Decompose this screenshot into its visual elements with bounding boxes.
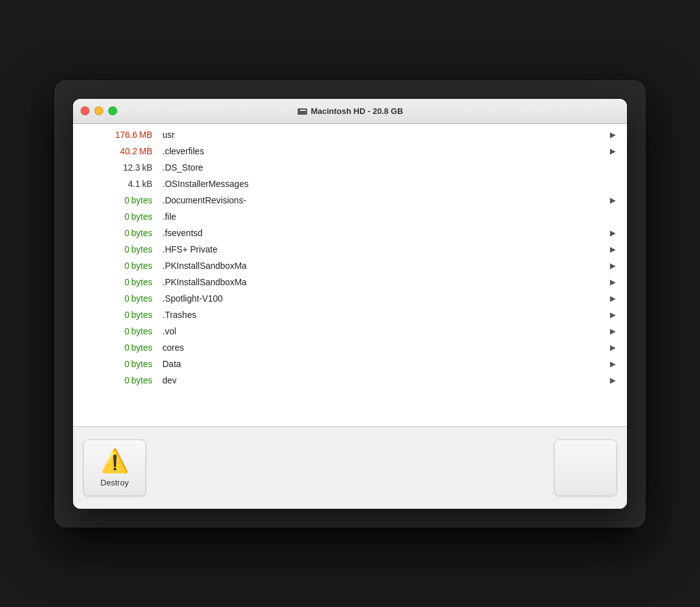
arrow-icon: ▶ [608, 147, 617, 156]
size-col: 176.6MB [83, 130, 152, 140]
size-value: 0 [125, 228, 130, 238]
size-value: 176.6 [115, 130, 137, 140]
filename: .Spotlight-V100 [152, 293, 608, 304]
size-unit: bytes [132, 228, 152, 238]
filename: .PKInstallSandboxMa [152, 261, 608, 271]
size-col: 12.3kB [83, 162, 152, 173]
filename: .DocumentRevisions- [152, 195, 608, 205]
size-col: 0bytes [83, 359, 152, 369]
bottom-area: ⚠️ Destroy [73, 427, 627, 509]
filename: .DS_Store [152, 162, 608, 173]
close-button[interactable] [81, 106, 89, 115]
filename: .Trashes [152, 310, 608, 320]
size-unit: kB [142, 179, 152, 189]
size-value: 0 [125, 244, 130, 254]
size-unit: bytes [132, 310, 152, 320]
file-row[interactable]: 0bytes.PKInstallSandboxMa▶ [73, 258, 627, 274]
filename: .fseventsd [152, 228, 608, 238]
destroy-label: Destroy [101, 478, 129, 487]
file-row[interactable]: 0bytes.Spotlight-V100▶ [73, 290, 627, 307]
size-value: 40.2 [120, 146, 137, 156]
arrow-icon: ▶ [608, 310, 617, 319]
empty-placeholder-button[interactable] [554, 440, 617, 496]
file-list: 176.6MBusr▶40.2MB.cleverfiles▶12.3kB.DS_… [73, 124, 627, 426]
size-unit: bytes [132, 277, 152, 287]
size-value: 0 [125, 375, 130, 385]
size-col: 40.2MB [83, 146, 152, 156]
filename: dev [152, 375, 608, 385]
file-row[interactable]: 0bytes.file [73, 208, 627, 225]
size-unit: bytes [132, 261, 152, 271]
file-row[interactable]: 40.2MB.cleverfiles▶ [73, 143, 627, 159]
filename: cores [152, 343, 608, 353]
filename: .PKInstallSandboxMa [152, 277, 608, 287]
size-col: 0bytes [83, 375, 152, 385]
file-row[interactable]: 176.6MBusr▶ [73, 127, 627, 143]
size-unit: MB [139, 130, 152, 140]
size-col: 4.1kB [83, 179, 152, 189]
filename: Data [152, 359, 608, 369]
disk-icon: 🖴 [297, 105, 307, 116]
size-value: 0 [125, 195, 130, 205]
arrow-icon: ▶ [608, 196, 617, 205]
size-unit: kB [142, 162, 152, 173]
file-row[interactable]: 0bytes.DocumentRevisions-▶ [73, 192, 627, 208]
window: 🖴 Macintosh HD - 20.8 GB 176.6MBusr▶40.2… [73, 99, 627, 509]
size-unit: MB [139, 146, 152, 156]
minimize-button[interactable] [94, 106, 103, 115]
filename: .cleverfiles [152, 146, 608, 156]
filename: .file [152, 212, 608, 222]
size-value: 0 [125, 310, 130, 320]
arrow-icon: ▶ [608, 245, 617, 254]
file-row[interactable]: 0bytes.Trashes▶ [73, 307, 627, 323]
filename: usr [152, 130, 608, 140]
destroy-button[interactable]: ⚠️ Destroy [83, 440, 146, 496]
size-value: 0 [125, 343, 130, 353]
titlebar: 🖴 Macintosh HD - 20.8 GB [73, 99, 627, 124]
arrow-icon: ▶ [608, 343, 617, 352]
size-col: 0bytes [83, 326, 152, 336]
size-col: 0bytes [83, 343, 152, 353]
file-row[interactable]: 12.3kB.DS_Store [73, 159, 627, 176]
arrow-icon: ▶ [608, 376, 617, 385]
size-col: 0bytes [83, 195, 152, 205]
size-value: 0 [125, 359, 130, 369]
size-value: 12.3 [123, 162, 140, 173]
size-value: 0 [125, 293, 130, 304]
size-unit: bytes [132, 375, 152, 385]
size-unit: bytes [132, 326, 152, 336]
size-col: 0bytes [83, 310, 152, 320]
size-col: 0bytes [83, 212, 152, 222]
size-unit: bytes [132, 212, 152, 222]
size-col: 0bytes [83, 261, 152, 271]
size-value: 0 [125, 212, 130, 222]
file-row[interactable]: 0bytesdev▶ [73, 372, 627, 389]
size-value: 0 [125, 277, 130, 287]
file-row[interactable]: 0bytes.PKInstallSandboxMa▶ [73, 274, 627, 290]
window-title: 🖴 Macintosh HD - 20.8 GB [297, 105, 404, 116]
size-value: 0 [125, 326, 130, 336]
arrow-icon: ▶ [608, 278, 617, 286]
filename: .vol [152, 326, 608, 336]
arrow-icon: ▶ [608, 360, 617, 368]
maximize-button[interactable] [108, 106, 117, 115]
file-row[interactable]: 4.1kB.OSInstallerMessages [73, 176, 627, 192]
arrow-icon: ▶ [608, 229, 617, 237]
size-value: 4.1 [128, 179, 140, 189]
outer-shadow: 🖴 Macintosh HD - 20.8 GB 176.6MBusr▶40.2… [54, 80, 646, 528]
size-col: 0bytes [83, 293, 152, 304]
size-col: 0bytes [83, 277, 152, 287]
size-col: 0bytes [83, 228, 152, 238]
arrow-icon: ▶ [608, 294, 617, 303]
file-row[interactable]: 0bytes.HFS+ Private▶ [73, 241, 627, 258]
file-row[interactable]: 0bytescores▶ [73, 339, 627, 356]
size-col: 0bytes [83, 244, 152, 254]
title-text: Macintosh HD - 20.8 GB [311, 106, 404, 116]
size-value: 0 [125, 261, 130, 271]
arrow-icon: ▶ [608, 130, 617, 139]
file-row[interactable]: 0bytes.vol▶ [73, 323, 627, 339]
file-row[interactable]: 0bytesData▶ [73, 356, 627, 372]
traffic-lights [81, 106, 117, 115]
file-row[interactable]: 0bytes.fseventsd▶ [73, 225, 627, 241]
size-unit: bytes [132, 244, 152, 254]
